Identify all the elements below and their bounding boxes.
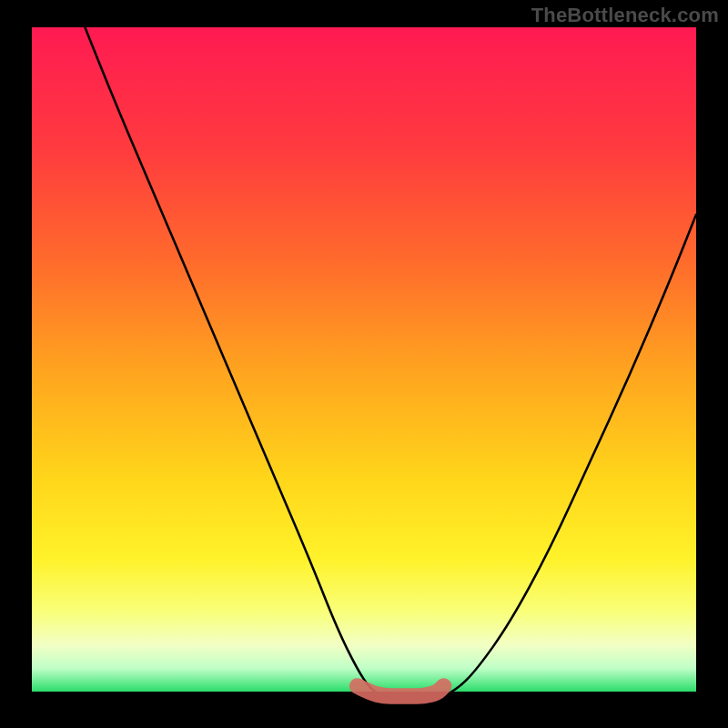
curve-left-branch [85, 27, 384, 696]
curve-valley-floor [358, 686, 444, 696]
chart-curves [32, 27, 696, 696]
watermark-text: TheBottleneck.com [531, 4, 719, 27]
curve-right-branch [444, 215, 696, 696]
plot-area [32, 27, 696, 696]
